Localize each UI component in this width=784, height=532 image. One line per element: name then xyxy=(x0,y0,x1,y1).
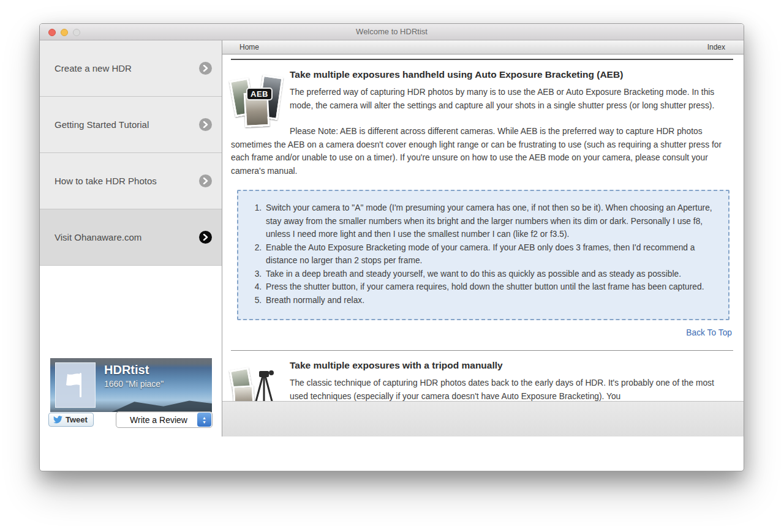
step-item: Press the shutter button, if your camera… xyxy=(264,280,717,294)
facebook-like-badge[interactable]: HDRtist 1660 "Mi piace" xyxy=(50,358,212,412)
back-to-top-link[interactable]: Back To Top xyxy=(686,328,732,337)
section-heading: Take multiple exposures with a tripod ma… xyxy=(231,360,733,371)
tweet-button-label: Tweet xyxy=(66,415,88,424)
section-tripod: Take multiple exposures with a tripod ma… xyxy=(231,360,733,401)
chevron-right-circle-icon xyxy=(199,118,212,131)
steps-callout-box: Switch your camera to "A" mode (I'm pres… xyxy=(237,190,729,320)
zoom-button-disabled xyxy=(73,29,80,36)
aeb-photo-stack-icon: AEB xyxy=(231,75,284,133)
chevron-right-circle-icon xyxy=(199,174,212,187)
write-review-dropdown[interactable]: Write a Review ▲▼ xyxy=(116,411,213,428)
sidebar-item-label: Create a new HDR xyxy=(55,63,132,73)
sidebar-item-create-hdr[interactable]: Create a new HDR xyxy=(40,40,222,97)
twitter-bird-icon xyxy=(53,416,62,424)
content-top-rule xyxy=(231,59,733,60)
step-item: Enable the Auto Exposure Bracketing mode… xyxy=(264,241,717,268)
steps-list: Switch your camera to "A" mode (I'm pres… xyxy=(246,201,717,307)
help-toolbar: Home Index xyxy=(222,40,744,54)
toolbar-index-button[interactable]: Index xyxy=(707,43,725,51)
sidebar-item-getting-started[interactable]: Getting Started Tutorial xyxy=(40,97,222,153)
sidebar-item-how-to-take-hdr[interactable]: How to take HDR Photos xyxy=(40,153,222,209)
tripod-photo-stack-icon xyxy=(231,365,284,401)
back-to-top-container: Back To Top xyxy=(231,328,732,337)
dropdown-stepper-icon: ▲▼ xyxy=(197,413,211,427)
tweet-button[interactable]: Tweet xyxy=(48,413,94,427)
sidebar-item-label: Visit Ohanaware.com xyxy=(55,232,141,242)
aeb-badge-label: AEB xyxy=(246,88,273,100)
step-item: Switch your camera to "A" mode (I'm pres… xyxy=(264,201,717,241)
sidebar: Create a new HDR Getting Started Tutoria… xyxy=(40,40,222,436)
window-title: Welcome to HDRtist xyxy=(40,24,744,40)
section-paragraph: Please Note: AEB is different across dif… xyxy=(231,125,733,178)
chevron-right-circle-icon xyxy=(199,231,212,244)
sidebar-item-label: Getting Started Tutorial xyxy=(55,119,149,130)
badge-like-count: 1660 "Mi piace" xyxy=(104,379,164,389)
section-paragraph: The preferred way of capturing HDR photo… xyxy=(231,86,733,112)
help-content-scroll-area[interactable]: AEB Take multiple exposures handheld usi… xyxy=(222,54,744,401)
section-aeb: AEB Take multiple exposures handheld usi… xyxy=(231,69,733,337)
minimize-button[interactable] xyxy=(61,29,68,36)
sidebar-item-visit-ohanaware[interactable]: Visit Ohanaware.com xyxy=(40,209,222,266)
step-item: Breath normally and relax. xyxy=(264,294,717,307)
titlebar[interactable]: Welcome to HDRtist xyxy=(40,24,744,40)
section-heading: Take multiple exposures handheld using A… xyxy=(231,69,733,80)
step-item: Take in a deep breath and steady yoursel… xyxy=(264,268,717,281)
section-divider xyxy=(231,350,733,351)
toolbar-home-button[interactable]: Home xyxy=(239,43,259,51)
app-window: Welcome to HDRtist Create a new HDR Gett… xyxy=(39,23,744,471)
section-paragraph: The classic technique of capturing HDR p… xyxy=(231,377,733,401)
traffic-lights xyxy=(48,29,80,36)
chevron-right-circle-icon xyxy=(199,62,212,75)
close-button[interactable] xyxy=(48,29,56,36)
sidebar-item-label: How to take HDR Photos xyxy=(55,176,157,186)
window-bottom-bar xyxy=(222,401,744,436)
badge-title: HDRtist xyxy=(104,363,149,377)
flag-icon xyxy=(55,362,96,408)
